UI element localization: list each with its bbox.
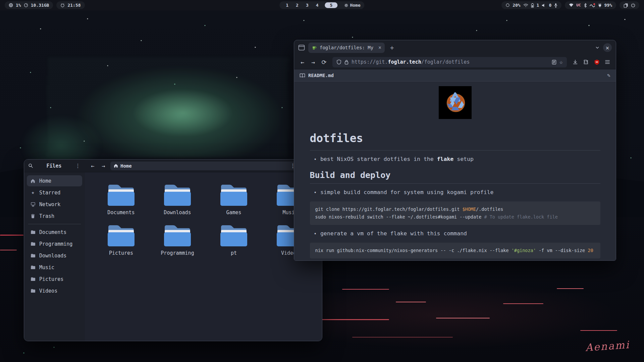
- tab-close-icon[interactable]: ×: [378, 45, 381, 51]
- cpu-usage: 1%: [16, 3, 21, 8]
- workspace-2[interactable]: 2: [293, 3, 301, 8]
- sidebar-label: Downloads: [39, 253, 66, 259]
- code-variable: $HOME: [462, 206, 476, 212]
- brightness-icon[interactable]: [505, 3, 510, 7]
- code-text: sudo nixos-rebuild switch --flake ~/.dot…: [315, 214, 484, 220]
- folder-games[interactable]: Games: [206, 182, 262, 216]
- code-block-build: git clone https://git.foglar.tech/foglar…: [310, 201, 600, 225]
- power-icon[interactable]: [631, 3, 635, 7]
- breadcrumb-label: Home: [120, 163, 132, 169]
- readme-bullet-2: • simple build command for system using …: [314, 189, 600, 195]
- uc-tray-icon[interactable]: UC: [576, 3, 581, 7]
- gitea-favicon: [312, 45, 317, 50]
- memory-gauge-icon: [24, 3, 28, 7]
- sidebar-label: Pictures: [39, 276, 63, 282]
- folder-icon: [30, 277, 36, 281]
- wave-tray-icon[interactable]: [590, 3, 595, 7]
- tab-title: foglar/dotfiles: My: [320, 45, 376, 50]
- folder-icon: [30, 289, 36, 293]
- trash-icon: [30, 214, 36, 219]
- readme-file-bar: README.md ✎: [294, 69, 616, 81]
- bullet-dot: •: [314, 156, 317, 162]
- folder-large-icon: [162, 222, 193, 248]
- forward-button[interactable]: →: [100, 163, 107, 169]
- files-sidebar: Home ★ Starred Network Trash Documen: [24, 172, 85, 341]
- folder-large-icon: [218, 182, 249, 208]
- cpu-icon: [9, 3, 13, 7]
- firefox-view-icon[interactable]: [298, 45, 305, 51]
- window-close-button[interactable]: ×: [603, 43, 612, 52]
- folder-pt[interactable]: pt: [206, 222, 262, 256]
- folder-downloads[interactable]: Downloads: [149, 182, 206, 216]
- bluetooth-icon[interactable]: [584, 3, 587, 8]
- search-icon[interactable]: [28, 163, 33, 168]
- bullet-bold: flake: [437, 156, 454, 162]
- mode-indicator[interactable]: Home: [344, 3, 360, 8]
- folder-icon: [30, 242, 36, 246]
- sidebar-label: Home: [39, 178, 51, 184]
- edit-pencil-icon[interactable]: ✎: [607, 72, 610, 78]
- workspace-5-active[interactable]: 5: [325, 2, 338, 8]
- sidebar-item-music[interactable]: Music: [27, 262, 82, 273]
- new-tab-button[interactable]: +: [388, 44, 396, 51]
- power-plug-icon: [598, 3, 602, 8]
- sidebar-item-programming[interactable]: Programming: [27, 238, 82, 249]
- readme-filename: README.md: [308, 73, 334, 78]
- tab-foglar-dotfiles[interactable]: foglar/dotfiles: My ×: [308, 43, 385, 53]
- browser-back-button[interactable]: ←: [298, 59, 308, 66]
- url-bar[interactable]: https://git.foglar.tech/foglar/dotfiles …: [332, 57, 567, 67]
- hamburger-menu-icon[interactable]: [602, 60, 612, 64]
- artist-signature: Aenami: [585, 339, 630, 353]
- sidebar-item-network[interactable]: Network: [27, 199, 82, 210]
- sidebar-item-documents[interactable]: Documents: [27, 227, 82, 238]
- folder-icon: [30, 230, 36, 234]
- sidebar-item-downloads[interactable]: Downloads: [27, 250, 82, 261]
- extensions-puzzle-icon[interactable]: [581, 59, 591, 65]
- sidebar-item-home[interactable]: Home: [27, 175, 82, 186]
- url-text: https://git.foglar.tech/foglar/dotfiles: [352, 59, 470, 65]
- bullet-text: simple build command for system using ko…: [320, 189, 494, 195]
- gear-icon: [344, 3, 348, 7]
- folder-documents[interactable]: Documents: [93, 182, 149, 216]
- sidebar-item-trash[interactable]: Trash: [27, 210, 82, 222]
- battery-percent: 99%: [604, 3, 612, 8]
- bullet-dot: •: [314, 230, 317, 237]
- tracking-shield-icon[interactable]: [336, 59, 341, 65]
- speaker-icon[interactable]: [542, 3, 546, 7]
- sidebar-menu-icon[interactable]: ⋮: [75, 163, 81, 169]
- reload-button[interactable]: ⟳: [319, 59, 329, 66]
- sidebar-label: Trash: [39, 213, 54, 219]
- breadcrumb[interactable]: Home ⋮: [110, 162, 299, 170]
- sidebar-item-pictures[interactable]: Pictures: [27, 274, 82, 285]
- reader-mode-icon[interactable]: [552, 60, 556, 65]
- workspace-1[interactable]: 1: [283, 3, 291, 8]
- stopwatch-icon: [60, 3, 65, 7]
- wifi-icon[interactable]: [523, 3, 528, 7]
- files-headerbar: Files ⋮ ← → Home ⋮ ⋮: [24, 160, 322, 172]
- code-text: git clone https://git.foglar.tech/foglar…: [315, 206, 463, 212]
- downloads-icon[interactable]: [570, 59, 580, 65]
- folder-pictures[interactable]: Pictures: [93, 222, 149, 256]
- workspace-4[interactable]: 4: [314, 3, 321, 8]
- clipboard-icon[interactable]: [624, 3, 628, 8]
- back-button[interactable]: ←: [89, 163, 96, 169]
- sidebar-item-starred[interactable]: ★ Starred: [27, 187, 82, 198]
- network-tray-icon[interactable]: [569, 3, 574, 7]
- files-grid: Documents Downloads Games Music: [85, 172, 322, 341]
- folder-programming[interactable]: Programming: [149, 222, 206, 256]
- lock-icon[interactable]: [344, 60, 348, 65]
- readme-section-heading: Build and deploy: [310, 170, 600, 184]
- microphone-icon[interactable]: [554, 3, 557, 8]
- ublock-origin-icon[interactable]: UO: [592, 59, 602, 65]
- bookmark-star-icon[interactable]: ☆: [559, 59, 563, 65]
- star-icon: ★: [30, 190, 36, 195]
- tab-list-chevron-icon[interactable]: [595, 45, 600, 50]
- url-path: /foglar/dotfiles: [421, 59, 470, 65]
- book-icon: [300, 73, 305, 78]
- aurora-glow: [47, 57, 288, 158]
- workspace-3[interactable]: 3: [304, 3, 311, 8]
- sidebar-label: Videos: [39, 288, 57, 294]
- navigation-bar: ← → ⟳ https://git.foglar.tech/foglar/dot…: [294, 55, 616, 69]
- browser-forward-button[interactable]: →: [308, 59, 318, 66]
- sidebar-item-videos[interactable]: Videos: [27, 285, 82, 296]
